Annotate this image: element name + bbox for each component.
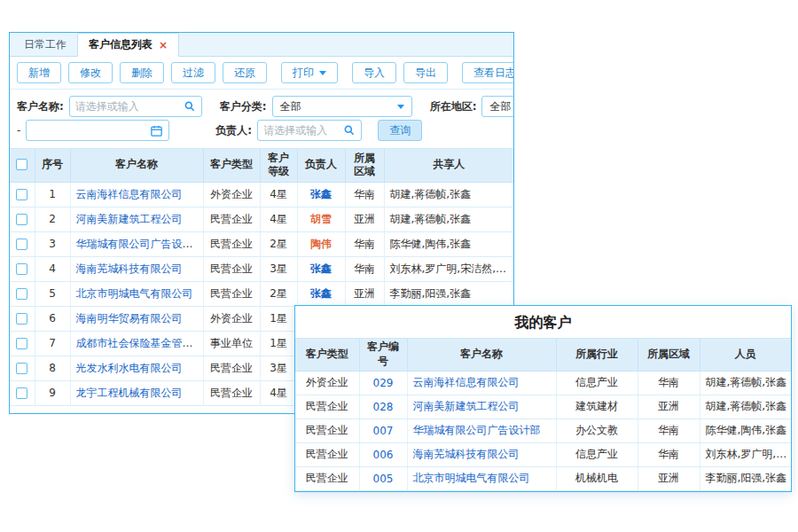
search-icon[interactable] xyxy=(184,100,196,113)
tab-daily-work[interactable]: 日常工作 xyxy=(13,33,77,56)
row-number: 8 xyxy=(35,356,70,380)
table-row: 4 海南芜城科技有限公司 民营企业 3星 张鑫 华南 刘东林,罗广明,宋洁然,张… xyxy=(10,256,513,281)
calendar-icon[interactable] xyxy=(150,124,163,137)
customer-name-cell: 龙宇工程机械有限公司 xyxy=(70,380,203,405)
row-checkbox[interactable] xyxy=(16,189,27,200)
customer-code-link[interactable]: 006 xyxy=(373,449,394,461)
delete-button[interactable]: 删除 xyxy=(120,62,164,83)
row-checkbox[interactable] xyxy=(16,239,27,250)
row-checkbox[interactable] xyxy=(16,363,27,374)
customer-name-link[interactable]: 海南芜城科技有限公司 xyxy=(413,448,520,460)
table-row: 民营企业 007 华瑞城有限公司广告设计部 办公文教 华南 陈华健,陶伟,张鑫 xyxy=(295,419,791,442)
owner-label: 负责人: xyxy=(215,123,252,138)
customer-name-cell: 云南海祥信息有限公司 xyxy=(70,182,203,207)
customer-name-link[interactable]: 北京市明城电气有限公司 xyxy=(413,472,530,484)
row-checkbox[interactable] xyxy=(16,263,27,275)
print-button[interactable]: 打印 xyxy=(281,62,338,83)
customer-level: 4星 xyxy=(260,182,297,207)
owner-link[interactable]: 张鑫 xyxy=(310,287,332,300)
import-button[interactable]: 导入 xyxy=(352,62,396,83)
category-select[interactable]: 全部 xyxy=(272,96,412,117)
select-all-checkbox[interactable] xyxy=(16,159,27,170)
checkbox-cell xyxy=(10,231,35,256)
customer-name-link[interactable]: 光发水利水电有限公司 xyxy=(76,362,183,374)
owner-cell: 张鑫 xyxy=(297,182,345,207)
customer-level: 4星 xyxy=(260,380,297,405)
customer-name-link[interactable]: 海南芜城科技有限公司 xyxy=(76,262,183,275)
industry: 信息产业 xyxy=(556,371,638,395)
view-log-button[interactable]: 查看日志 xyxy=(462,62,514,83)
customer-name-link[interactable]: 河南美新建筑工程公司 xyxy=(76,213,183,225)
customer-code-link[interactable]: 029 xyxy=(373,377,394,389)
edit-button[interactable]: 修改 xyxy=(68,62,113,83)
customer-name-cell: 华瑞城有限公司广告设计部 xyxy=(70,231,203,256)
tab-customer-list[interactable]: 客户信息列表 × xyxy=(77,33,179,57)
customer-code-cell: 029 xyxy=(359,371,407,395)
industry: 信息产业 xyxy=(556,442,638,466)
customer-level: 3星 xyxy=(260,356,297,380)
customer-name-link[interactable]: 成都市社会保险基金管理... xyxy=(76,337,203,349)
owner-link[interactable]: 陶伟 xyxy=(310,238,332,250)
customer-type: 民营企业 xyxy=(203,356,260,380)
row-number: 5 xyxy=(35,281,70,306)
customer-name-link[interactable]: 云南海祥信息有限公司 xyxy=(413,376,520,388)
add-button[interactable]: 新增 xyxy=(17,62,61,83)
customer-name-link[interactable]: 龙宇工程机械有限公司 xyxy=(76,387,183,399)
checkbox-cell xyxy=(10,207,35,231)
filter-button[interactable]: 过滤 xyxy=(171,62,215,83)
customer-name-cell: 云南海祥信息有限公司 xyxy=(407,371,556,395)
date-input[interactable] xyxy=(32,124,146,137)
column-header-customer-code: 客户编号 xyxy=(359,339,407,371)
customer-name-link[interactable]: 河南美新建筑工程公司 xyxy=(413,400,520,412)
customer-name-label: 客户名称: xyxy=(17,99,64,114)
shared-people: 刘东林,罗广明,宋洁然,张鑫 xyxy=(384,256,513,281)
customer-level: 2星 xyxy=(260,281,297,306)
table-row: 外资企业 029 云南海祥信息有限公司 信息产业 华南 胡建,蒋德帧,张鑫 xyxy=(295,371,791,395)
industry: 机械机电 xyxy=(556,466,638,490)
customer-name-input[interactable] xyxy=(75,100,180,113)
checkbox-cell xyxy=(10,306,35,331)
row-checkbox[interactable] xyxy=(16,313,27,325)
row-checkbox[interactable] xyxy=(16,288,27,300)
restore-button[interactable]: 还原 xyxy=(223,62,267,83)
owner-input[interactable] xyxy=(263,124,340,137)
owner-link[interactable]: 胡雪 xyxy=(310,213,332,225)
row-checkbox[interactable] xyxy=(16,338,27,349)
table-header-row: 客户类型 客户编号 客户名称 所属行业 所属区域 人员 xyxy=(295,339,791,371)
row-number: 4 xyxy=(35,256,70,281)
customer-type: 民营企业 xyxy=(295,442,359,466)
owner-link[interactable]: 张鑫 xyxy=(310,262,332,275)
owner-cell: 胡雪 xyxy=(297,207,345,231)
region-select[interactable]: 全部 xyxy=(481,96,513,117)
shared-people: 李勤丽,阳强,张鑫 xyxy=(384,281,513,306)
search-icon[interactable] xyxy=(343,124,356,137)
customer-name-link[interactable]: 海南明华贸易有限公司 xyxy=(76,312,183,325)
customer-code-link[interactable]: 007 xyxy=(373,425,394,437)
customer-name-link[interactable]: 华瑞城有限公司广告设计部 xyxy=(76,238,204,250)
industry: 建筑建材 xyxy=(556,395,638,419)
customer-name-link[interactable]: 北京市明城电气有限公司 xyxy=(76,287,193,300)
close-icon[interactable]: × xyxy=(159,39,168,51)
customer-code-link[interactable]: 028 xyxy=(373,401,394,413)
owner-link[interactable]: 张鑫 xyxy=(310,188,332,200)
region: 华南 xyxy=(638,371,700,395)
customer-code-link[interactable]: 005 xyxy=(373,473,394,485)
customer-level: 1星 xyxy=(260,306,297,331)
column-header-shared: 共享人 xyxy=(384,149,513,182)
region: 华南 xyxy=(345,231,384,256)
customer-type: 事业单位 xyxy=(203,331,260,356)
customer-name-cell: 河南美新建筑工程公司 xyxy=(70,207,203,231)
customer-name-cell: 光发水利水电有限公司 xyxy=(70,356,203,380)
column-header-region: 所属区域 xyxy=(638,339,700,371)
date-inputbox xyxy=(26,120,169,141)
query-button[interactable]: 查询 xyxy=(378,120,422,141)
customer-name-link[interactable]: 华瑞城有限公司广告设计部 xyxy=(413,424,541,436)
desktop: 日常工作 客户信息列表 × 新增 修改 删除 过滤 还原 打印 导入 导出 查看… xyxy=(0,0,798,532)
row-checkbox[interactable] xyxy=(16,214,27,225)
column-header-owner: 负责人 xyxy=(297,149,345,182)
customer-type: 外资企业 xyxy=(203,182,260,207)
export-button[interactable]: 导出 xyxy=(403,62,448,83)
column-header-customer-name: 客户名称 xyxy=(407,339,556,371)
customer-name-link[interactable]: 云南海祥信息有限公司 xyxy=(76,188,183,200)
row-checkbox[interactable] xyxy=(16,387,27,399)
